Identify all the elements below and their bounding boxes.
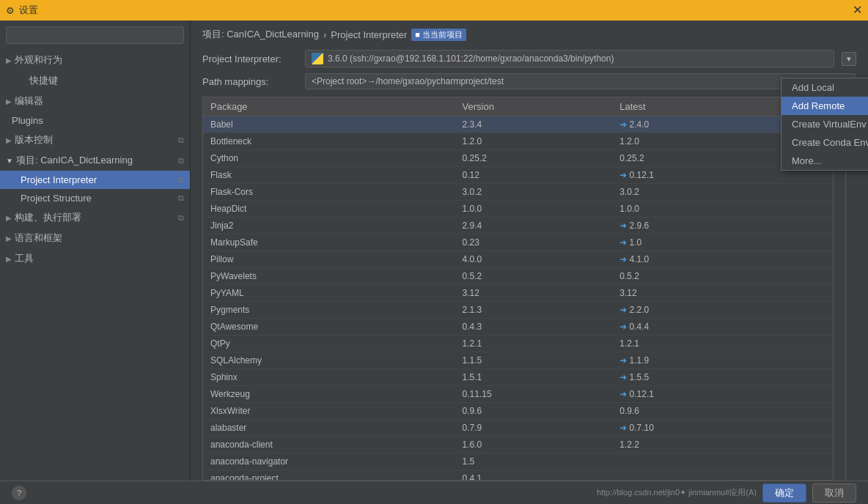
table-row[interactable]: PyWavelets0.5.20.5.2 — [203, 268, 833, 285]
table-row[interactable]: Babel2.3.4➜ 2.4.0 — [203, 116, 833, 133]
sidebar-item-label: Project Structure — [21, 193, 92, 204]
update-arrow-icon: ➜ — [619, 220, 627, 231]
cell-package: PyWavelets — [203, 268, 455, 285]
update-arrow-icon: ➜ — [619, 355, 627, 366]
cell-latest: ➜ 0.7.10 — [612, 420, 833, 437]
table-row[interactable]: Werkzeug0.11.15➜ 0.12.1 — [203, 386, 833, 403]
dropdown-menu: Add LocalAdd RemoteCreate VirtualEnvCrea… — [781, 78, 868, 171]
cell-version: 1.5.1 — [455, 369, 613, 386]
sidebar-item-label: Project Interpreter — [21, 174, 97, 185]
sidebar-item-project-structure[interactable]: Project Structure ⧉ — [0, 189, 190, 207]
copy-icon: ⧉ — [178, 136, 184, 145]
breadcrumb-page: Project Interpreter — [331, 29, 407, 40]
table-row[interactable]: Sphinx1.5.1➜ 1.5.5 — [203, 369, 833, 386]
copy-icon3: ⧉ — [178, 175, 184, 185]
settings-icon: ⚙ — [6, 5, 15, 16]
table-wrapper: Package Version Latest Babel2.3.4➜ 2.4.0… — [191, 97, 868, 481]
cell-version: 3.12 — [455, 285, 613, 302]
sidebar-item-editor[interactable]: ▶ 编辑器 — [0, 91, 190, 111]
cell-latest: 3.12 — [612, 285, 833, 302]
cell-package: anaconda-client — [203, 437, 455, 453]
sidebar-item-appearance[interactable]: ▶ 外观和行为 — [0, 50, 190, 70]
cancel-button[interactable]: 取消 — [812, 483, 856, 503]
table-row[interactable]: alabaster0.7.9➜ 0.7.10 — [203, 420, 833, 437]
sidebar-item-keymap[interactable]: 快捷键 — [0, 70, 190, 91]
table-row[interactable]: Cython0.25.20.25.2 — [203, 150, 833, 167]
title-bar-left: ⚙ 设置 — [6, 4, 38, 17]
breadcrumb-separator: › — [323, 29, 326, 40]
sidebar-item-tools[interactable]: ▶ 工具 — [0, 248, 190, 269]
sidebar-item-build[interactable]: ▶ 构建、执行部署 ⧉ — [0, 207, 190, 228]
sidebar-item-plugins[interactable]: Plugins — [0, 111, 190, 130]
dropdown-menu-item-add-remote[interactable]: Add Remote — [781, 97, 868, 115]
table-row[interactable]: XlsxWriter0.9.60.9.6 — [203, 403, 833, 420]
sidebar-item-project-interpreter[interactable]: Project Interpreter ⧉ — [0, 171, 190, 189]
package-table-container[interactable]: Package Version Latest Babel2.3.4➜ 2.4.0… — [202, 97, 834, 481]
cell-latest: 1.2.2 — [612, 437, 833, 453]
sidebar-item-label: 项目: CanICA_DictLearning — [16, 154, 133, 167]
sidebar-item-project[interactable]: ▼ 项目: CanICA_DictLearning ⧉ — [0, 150, 190, 171]
cell-version: 2.9.4 — [455, 218, 613, 234]
table-row[interactable]: anaconda-project0.4.1 — [203, 470, 833, 481]
update-arrow-icon: ➜ — [619, 372, 627, 382]
update-arrow-icon: ➜ — [619, 237, 627, 248]
interpreter-dropdown-button[interactable]: ▾ — [842, 52, 856, 66]
table-row[interactable]: QtPy1.2.11.2.1 — [203, 336, 833, 352]
dropdown-menu-item-create-venv[interactable]: Create VirtualEnv — [781, 115, 868, 133]
dropdown-menu-item-more[interactable]: More... — [781, 152, 868, 170]
dropdown-menu-item-create-conda[interactable]: Create Conda Env — [781, 133, 868, 152]
cell-latest — [612, 470, 833, 481]
sidebar-item-lang[interactable]: ▶ 语言和框架 — [0, 228, 190, 248]
path-text: <Project root>→/home/gxrao/pycharmprojec… — [312, 76, 504, 86]
cell-package: Pygments — [203, 302, 455, 319]
cell-package: Babel — [203, 116, 455, 133]
table-row[interactable]: SQLAlchemy1.1.5➜ 1.1.9 — [203, 352, 833, 369]
cell-version: 1.2.0 — [455, 133, 613, 150]
update-arrow-icon: ➜ — [619, 423, 627, 433]
table-row[interactable]: Jinja22.9.4➜ 2.9.6 — [203, 218, 833, 234]
triangle-icon: ▶ — [6, 56, 12, 64]
triangle-icon: ▶ — [6, 255, 12, 263]
table-row[interactable]: QtAwesome0.4.3➜ 0.4.4 — [203, 319, 833, 336]
table-row[interactable]: MarkupSafe0.23➜ 1.0 — [203, 234, 833, 251]
cell-package: Pillow — [203, 251, 455, 268]
cell-version: 0.25.2 — [455, 150, 613, 167]
table-row[interactable]: Pygments2.1.3➜ 2.2.0 — [203, 302, 833, 319]
title-bar-title: 设置 — [19, 4, 38, 17]
table-row[interactable]: Pillow4.0.0➜ 4.1.0 — [203, 251, 833, 268]
dropdown-menu-item-add-local[interactable]: Add Local — [781, 78, 868, 97]
cell-latest: ➜ 0.12.1 — [612, 386, 833, 403]
interpreter-row: Project Interpreter: 3.6.0 (ssh://gxrao@… — [202, 50, 856, 67]
table-row[interactable]: HeapDict1.0.01.0.0 — [203, 201, 833, 218]
cell-latest: ➜ 2.2.0 — [612, 302, 833, 319]
bottom-left: ? — [12, 486, 26, 500]
table-row[interactable]: PyYAML3.123.12 — [203, 285, 833, 302]
cell-package: PyYAML — [203, 285, 455, 302]
col-header-version: Version — [455, 97, 613, 116]
sidebar-item-label: 快捷键 — [29, 74, 58, 87]
table-row[interactable]: anaconda-client1.6.01.2.2 — [203, 437, 833, 453]
sidebar-item-label: 语言和框架 — [15, 231, 62, 245]
table-row[interactable]: Flask0.12➜ 0.12.1 — [203, 167, 833, 184]
table-row[interactable]: anaconda-navigator1.5 — [203, 453, 833, 470]
cell-version: 0.11.15 — [455, 386, 613, 403]
sidebar-item-label: Plugins — [12, 115, 43, 126]
interpreter-value: 3.6.0 (ssh://gxrao@192.168.1.101:22/home… — [305, 50, 834, 67]
update-arrow-icon: ➜ — [619, 322, 627, 332]
close-button[interactable]: ✕ — [853, 4, 862, 16]
path-label: Path mappings: — [202, 76, 298, 87]
cell-package: Bottleneck — [203, 133, 455, 150]
table-row[interactable]: Bottleneck1.2.01.2.0 — [203, 133, 833, 150]
cell-latest: ➜ 1.1.9 — [612, 352, 833, 369]
package-table: Package Version Latest Babel2.3.4➜ 2.4.0… — [203, 97, 833, 481]
ok-button[interactable]: 确定 — [762, 483, 806, 503]
help-button[interactable]: ? — [12, 486, 26, 500]
copy-icon5: ⧉ — [178, 213, 184, 223]
sidebar-item-label: 外观和行为 — [15, 53, 62, 67]
table-row[interactable]: Flask-Cors3.0.23.0.2 — [203, 184, 833, 201]
search-input[interactable] — [6, 26, 184, 44]
triangle-icon: ▶ — [6, 214, 12, 222]
bottom-right: http://blog.csdn.net/jin0✦ jinmianmu#应用(… — [597, 483, 856, 503]
breadcrumb: 项目: CanICA_DictLearning › Project Interp… — [191, 21, 868, 45]
sidebar-item-vcs[interactable]: ▶ 版本控制 ⧉ — [0, 130, 190, 150]
